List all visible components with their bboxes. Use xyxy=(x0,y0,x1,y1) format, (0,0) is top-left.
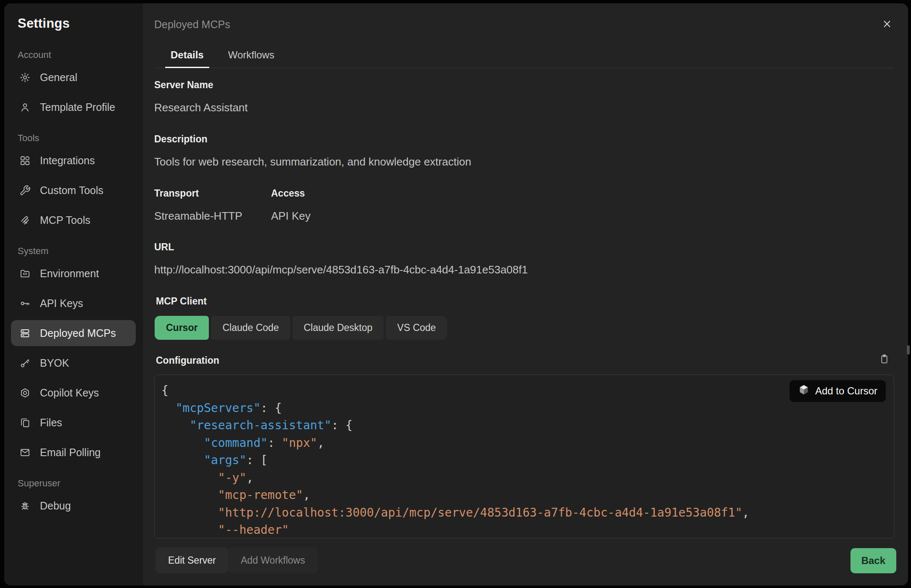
clipboard-icon xyxy=(879,360,890,366)
sidebar-item-label: Files xyxy=(40,417,62,429)
transport-value: Streamable-HTTP xyxy=(154,210,242,223)
code-line: "http://localhost:3000/api/mcp/serve/485… xyxy=(161,504,894,522)
sidebar-section-superuser: Superuser xyxy=(18,478,136,489)
sidebar-item-label: General xyxy=(40,71,77,84)
key-diagonal-icon xyxy=(19,357,31,369)
sidebar-item-label: Debug xyxy=(40,500,71,512)
sidebar-section-tools: Tools xyxy=(18,133,136,144)
configuration-label: Configuration xyxy=(156,355,219,366)
back-button[interactable]: Back xyxy=(850,548,896,573)
mcp-icon xyxy=(19,215,31,226)
key-icon xyxy=(19,298,31,309)
server-name-value: Research Assistant xyxy=(154,101,248,114)
sidebar-item-label: Integrations xyxy=(40,155,95,167)
user-icon xyxy=(19,102,31,113)
mcp-client-option-claude-code[interactable]: Claude Code xyxy=(211,316,290,340)
sidebar-item-label: Deployed MCPs xyxy=(40,327,116,339)
sidebar-item-label: Template Profile xyxy=(40,101,115,113)
code-line: "research-assistant": { xyxy=(161,417,894,434)
files-icon xyxy=(19,417,31,428)
cursor-logo-icon xyxy=(798,384,810,398)
code-line: "mcpServers": { xyxy=(161,399,894,417)
sidebar-item-label: API Keys xyxy=(40,297,83,310)
sidebar-item-deployed-mcps[interactable]: Deployed MCPs xyxy=(11,320,136,346)
bug-icon xyxy=(19,500,31,512)
panel-title: Deployed MCPs xyxy=(154,18,230,31)
tab-bar: Details Workflows xyxy=(154,43,894,68)
configuration-json: { "mcpServers": { "research-assistant": … xyxy=(155,375,894,538)
url-value: http://localhost:3000/api/mcp/serve/4853… xyxy=(154,263,528,276)
settings-modal: Settings AccountGeneralTemplate ProfileT… xyxy=(4,3,908,585)
description-label: Description xyxy=(154,134,208,145)
close-icon xyxy=(881,25,893,31)
mcp-client-option-claude-desktop[interactable]: Claude Desktop xyxy=(292,316,384,340)
add-to-cursor-label: Add to Cursor xyxy=(815,385,877,397)
sidebar-section-system: System xyxy=(18,246,136,257)
gear-icon xyxy=(19,72,31,83)
add-workflows-button[interactable]: Add Workflows xyxy=(228,547,318,573)
grid-icon xyxy=(19,155,31,166)
code-line: "mcp-remote", xyxy=(161,486,894,504)
sidebar-item-mcp-tools[interactable]: MCP Tools xyxy=(11,207,136,233)
code-line: "-y", xyxy=(161,469,894,487)
sidebar-item-files[interactable]: Files xyxy=(11,410,136,436)
sidebar-item-byok[interactable]: BYOK xyxy=(11,350,136,376)
mail-icon xyxy=(19,447,31,458)
sidebar-item-label: Email Polling xyxy=(40,446,101,459)
mcp-client-label: MCP Client xyxy=(156,296,207,307)
sidebar-item-label: MCP Tools xyxy=(40,214,90,226)
code-line: "command": "npx", xyxy=(161,434,894,452)
sidebar-item-integrations[interactable]: Integrations xyxy=(11,147,136,173)
sidebar-item-custom-tools[interactable]: Custom Tools xyxy=(11,177,136,203)
sidebar-title: Settings xyxy=(18,16,136,36)
sidebar-item-environment[interactable]: Environment xyxy=(11,260,136,286)
sidebar-item-api-keys[interactable]: API Keys xyxy=(11,290,136,316)
code-line: "args": [ xyxy=(161,452,894,469)
sidebar-item-email-polling[interactable]: Email Polling xyxy=(11,439,136,465)
folder-code-icon xyxy=(19,268,31,279)
sidebar-item-label: Copilot Keys xyxy=(40,387,99,399)
sidebar-item-label: Environment xyxy=(40,268,99,280)
sidebar-item-label: Custom Tools xyxy=(40,184,103,197)
server-icon xyxy=(19,328,31,339)
transport-label: Transport xyxy=(154,188,199,199)
sidebar-item-general[interactable]: General xyxy=(11,64,136,90)
deployed-mcps-panel: Deployed MCPs Details Workflows Server N… xyxy=(143,3,908,585)
copy-configuration-button[interactable] xyxy=(877,352,891,367)
configuration-code-block: { "mcpServers": { "research-assistant": … xyxy=(154,375,894,538)
hexagon-icon xyxy=(19,387,31,399)
close-button[interactable] xyxy=(879,16,895,33)
mcp-client-option-cursor[interactable]: Cursor xyxy=(155,316,209,340)
description-value: Tools for web research, summarization, a… xyxy=(154,155,471,168)
add-to-cursor-button[interactable]: Add to Cursor xyxy=(790,380,886,402)
wrench-icon xyxy=(19,185,31,196)
sidebar-section-account: Account xyxy=(18,50,136,60)
tab-details[interactable]: Details xyxy=(165,43,209,68)
tab-workflows[interactable]: Workflows xyxy=(223,43,280,68)
access-value: API Key xyxy=(271,210,311,223)
sidebar-item-template-profile[interactable]: Template Profile xyxy=(11,94,136,120)
code-line: "--header" xyxy=(161,521,894,538)
sidebar-item-debug[interactable]: Debug xyxy=(11,493,136,519)
sidebar-nav: AccountGeneralTemplate ProfileToolsInteg… xyxy=(11,50,136,519)
settings-sidebar: Settings AccountGeneralTemplate ProfileT… xyxy=(4,3,143,585)
mcp-client-option-vs-code[interactable]: VS Code xyxy=(386,316,447,340)
sidebar-item-label: BYOK xyxy=(40,357,69,369)
server-name-label: Server Name xyxy=(154,79,213,91)
code-line: { xyxy=(161,382,894,399)
mcp-client-selector: CursorClaude CodeClaude DesktopVS Code xyxy=(155,316,447,340)
url-label: URL xyxy=(154,242,174,253)
access-label: Access xyxy=(271,188,305,199)
sidebar-item-copilot-keys[interactable]: Copilot Keys xyxy=(11,380,136,406)
scrollbar-thumb[interactable] xyxy=(907,345,910,354)
edit-server-button[interactable]: Edit Server xyxy=(155,547,229,573)
